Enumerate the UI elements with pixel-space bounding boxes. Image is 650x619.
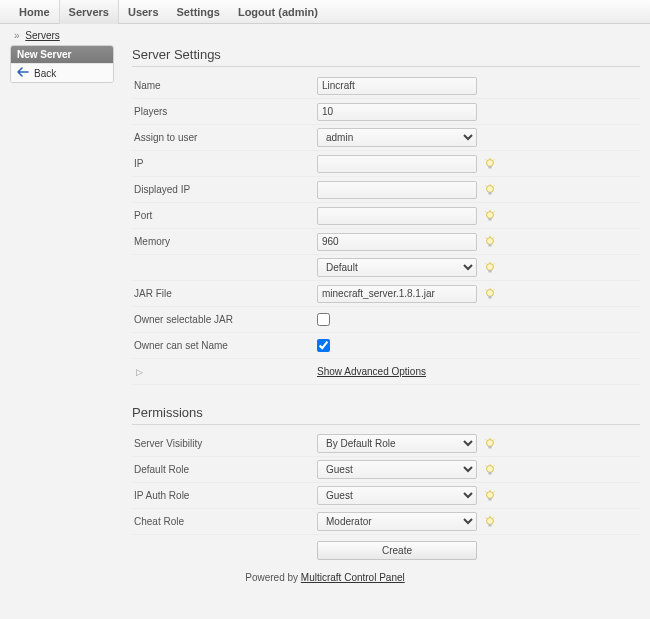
breadcrumb: » Servers bbox=[10, 28, 640, 45]
port-input[interactable] bbox=[317, 207, 477, 225]
sidebar-item-back[interactable]: Back bbox=[11, 64, 113, 82]
cheat-role-select[interactable]: Moderator bbox=[317, 512, 477, 531]
section-title-permissions: Permissions bbox=[132, 405, 640, 420]
jar-group-select[interactable]: Default bbox=[317, 258, 477, 277]
footer: Powered by Multicraft Control Panel bbox=[10, 562, 640, 587]
bulb-icon[interactable] bbox=[483, 261, 497, 275]
nav-users[interactable]: Users bbox=[119, 0, 168, 24]
create-button[interactable]: Create bbox=[317, 541, 477, 560]
sidebar: New Server Back bbox=[10, 45, 114, 83]
show-advanced-link[interactable]: Show Advanced Options bbox=[317, 366, 426, 377]
assign-select[interactable]: admin bbox=[317, 128, 477, 147]
label-jar-file: JAR File bbox=[132, 288, 317, 299]
ip-auth-role-select[interactable]: Guest bbox=[317, 486, 477, 505]
label-port: Port bbox=[132, 210, 317, 221]
memory-input[interactable] bbox=[317, 233, 477, 251]
visibility-select[interactable]: By Default Role bbox=[317, 434, 477, 453]
bulb-icon[interactable] bbox=[483, 183, 497, 197]
footer-prefix: Powered by bbox=[245, 572, 301, 583]
nav-logout[interactable]: Logout (admin) bbox=[229, 0, 327, 24]
divider bbox=[132, 424, 640, 425]
bulb-icon[interactable] bbox=[483, 463, 497, 477]
bulb-icon[interactable] bbox=[483, 235, 497, 249]
main-panel: Server Settings Name Players Assign to u… bbox=[132, 45, 640, 562]
sidebar-item-new-server[interactable]: New Server bbox=[11, 46, 113, 64]
nav-servers[interactable]: Servers bbox=[59, 0, 119, 24]
ip-input[interactable] bbox=[317, 155, 477, 173]
bulb-icon[interactable] bbox=[483, 209, 497, 223]
bulb-icon[interactable] bbox=[483, 515, 497, 529]
label-default-role: Default Role bbox=[132, 464, 317, 475]
jar-file-input[interactable] bbox=[317, 285, 477, 303]
displayed-ip-input[interactable] bbox=[317, 181, 477, 199]
owner-selectable-jar-checkbox[interactable] bbox=[317, 313, 330, 326]
bulb-icon[interactable] bbox=[483, 489, 497, 503]
label-displayed-ip: Displayed IP bbox=[132, 184, 317, 195]
owner-set-name-checkbox[interactable] bbox=[317, 339, 330, 352]
label-owner-set-name: Owner can set Name bbox=[132, 340, 317, 351]
bulb-icon[interactable] bbox=[483, 287, 497, 301]
default-role-select[interactable]: Guest bbox=[317, 460, 477, 479]
footer-link[interactable]: Multicraft Control Panel bbox=[301, 572, 405, 583]
bulb-icon[interactable] bbox=[483, 157, 497, 171]
label-ip-auth-role: IP Auth Role bbox=[132, 490, 317, 501]
top-nav: Home Servers Users Settings Logout (admi… bbox=[0, 0, 650, 24]
label-owner-selectable-jar: Owner selectable JAR bbox=[132, 314, 317, 325]
breadcrumb-sep: » bbox=[14, 30, 20, 41]
advanced-tri-icon: ▷ bbox=[132, 367, 317, 377]
label-memory: Memory bbox=[132, 236, 317, 247]
nav-settings[interactable]: Settings bbox=[168, 0, 229, 24]
label-ip: IP bbox=[132, 158, 317, 169]
sidebar-item-label: New Server bbox=[17, 49, 71, 60]
name-input[interactable] bbox=[317, 77, 477, 95]
sidebar-item-label: Back bbox=[34, 68, 56, 79]
label-assign: Assign to user bbox=[132, 132, 317, 143]
bulb-icon[interactable] bbox=[483, 437, 497, 451]
players-input[interactable] bbox=[317, 103, 477, 121]
divider bbox=[132, 66, 640, 67]
breadcrumb-servers-link[interactable]: Servers bbox=[25, 30, 59, 41]
label-cheat-role: Cheat Role bbox=[132, 516, 317, 527]
label-visibility: Server Visibility bbox=[132, 438, 317, 449]
label-name: Name bbox=[132, 80, 317, 91]
label-players: Players bbox=[132, 106, 317, 117]
arrow-left-icon bbox=[17, 67, 29, 79]
nav-home[interactable]: Home bbox=[10, 0, 59, 24]
section-title-server-settings: Server Settings bbox=[132, 47, 640, 62]
